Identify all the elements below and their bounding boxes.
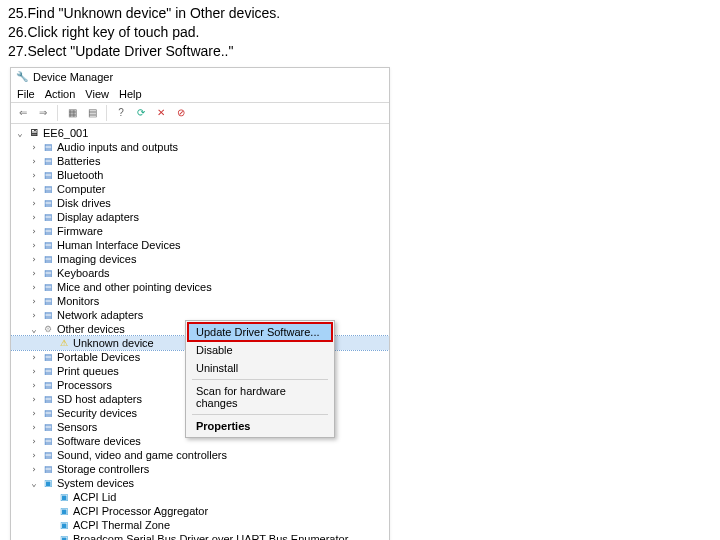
tree-item-broadcom[interactable]: Broadcom Serial Bus Driver over UART Bus… — [11, 532, 389, 540]
device-icon — [57, 533, 71, 540]
expander-icon[interactable]: › — [29, 170, 39, 180]
system-icon — [41, 477, 55, 489]
expander-icon[interactable]: ⌄ — [29, 324, 39, 334]
security-icon — [41, 407, 55, 419]
view-button[interactable]: ▦ — [64, 105, 80, 121]
expander-icon[interactable]: ⌄ — [15, 128, 25, 138]
tree-category-sound[interactable]: ›Sound, video and game controllers — [11, 448, 389, 462]
expander-icon[interactable]: ⌄ — [29, 478, 39, 488]
expander-icon[interactable]: › — [29, 394, 39, 404]
hid-icon — [41, 239, 55, 251]
context-menu: Update Driver Software... Disable Uninst… — [185, 320, 335, 438]
tree-category-mice[interactable]: ›Mice and other pointing devices — [11, 280, 389, 294]
expander-icon[interactable]: › — [29, 296, 39, 306]
sound-icon — [41, 449, 55, 461]
menu-properties[interactable]: Properties — [188, 417, 332, 435]
toolbar-separator — [106, 105, 107, 121]
software-icon — [41, 435, 55, 447]
tree-category-firmware[interactable]: ›Firmware — [11, 224, 389, 238]
expander-icon[interactable]: › — [29, 254, 39, 264]
keyboard-icon — [41, 267, 55, 279]
menubar: File Action View Help — [11, 86, 389, 102]
tree-category-audio[interactable]: ›Audio inputs and outputs — [11, 140, 389, 154]
expander-icon[interactable]: › — [29, 422, 39, 432]
help-button[interactable]: ? — [113, 105, 129, 121]
properties-button[interactable]: ▤ — [84, 105, 100, 121]
expander-icon[interactable]: › — [29, 282, 39, 292]
instruction-26: 26.Click right key of touch pad. — [8, 23, 712, 42]
storage-icon — [41, 463, 55, 475]
network-icon — [41, 309, 55, 321]
menu-disable[interactable]: Disable — [188, 341, 332, 359]
tree-category-bluetooth[interactable]: ›Bluetooth — [11, 168, 389, 182]
tree-category-system[interactable]: ⌄System devices — [11, 476, 389, 490]
menu-separator — [192, 379, 328, 380]
expander-icon[interactable]: › — [29, 450, 39, 460]
menu-update-driver[interactable]: Update Driver Software... — [188, 323, 332, 341]
device-icon — [57, 519, 71, 531]
menu-help[interactable]: Help — [119, 88, 142, 100]
instruction-27: 27.Select "Update Driver Software.." — [8, 42, 712, 61]
display-icon — [41, 211, 55, 223]
device-icon — [57, 491, 71, 503]
tree-category-disk[interactable]: ›Disk drives — [11, 196, 389, 210]
tree-category-monitors[interactable]: ›Monitors — [11, 294, 389, 308]
instruction-25: 25.Find "Unknown device" in Other device… — [8, 4, 712, 23]
disk-icon — [41, 197, 55, 209]
expander-icon[interactable]: › — [29, 142, 39, 152]
other-devices-icon — [41, 323, 55, 335]
tree-category-display[interactable]: ›Display adapters — [11, 210, 389, 224]
expander-icon[interactable]: › — [29, 240, 39, 250]
firmware-icon — [41, 225, 55, 237]
forward-button[interactable]: ⇒ — [35, 105, 51, 121]
expander-icon[interactable]: › — [29, 310, 39, 320]
battery-icon — [41, 155, 55, 167]
menu-file[interactable]: File — [17, 88, 35, 100]
root-label: EE6_001 — [43, 127, 88, 139]
toolbar-separator — [57, 105, 58, 121]
tree-category-storage[interactable]: ›Storage controllers — [11, 462, 389, 476]
expander-icon[interactable]: › — [29, 352, 39, 362]
portable-icon — [41, 351, 55, 363]
expander-icon[interactable]: › — [29, 366, 39, 376]
menu-scan-hardware[interactable]: Scan for hardware changes — [188, 382, 332, 412]
expander-icon[interactable]: › — [29, 184, 39, 194]
window-titlebar: Device Manager — [11, 68, 389, 86]
expander-icon[interactable]: › — [29, 198, 39, 208]
back-button[interactable]: ⇐ — [15, 105, 31, 121]
tree-category-computer[interactable]: ›Computer — [11, 182, 389, 196]
printer-icon — [41, 365, 55, 377]
expander-icon[interactable]: › — [29, 212, 39, 222]
uninstall-button[interactable]: ✕ — [153, 105, 169, 121]
tree-category-batteries[interactable]: ›Batteries — [11, 154, 389, 168]
expander-icon[interactable]: › — [29, 380, 39, 390]
menu-action[interactable]: Action — [45, 88, 76, 100]
monitor-icon — [41, 295, 55, 307]
expander-icon[interactable]: › — [29, 226, 39, 236]
tree-item-acpi-lid[interactable]: ACPI Lid — [11, 490, 389, 504]
expander-icon[interactable]: › — [29, 408, 39, 418]
tree-category-hid[interactable]: ›Human Interface Devices — [11, 238, 389, 252]
computer-icon — [27, 127, 41, 139]
bluetooth-icon — [41, 169, 55, 181]
expander-icon[interactable]: › — [29, 268, 39, 278]
expander-icon[interactable]: › — [29, 464, 39, 474]
computer-cat-icon — [41, 183, 55, 195]
expander-icon[interactable]: › — [29, 436, 39, 446]
processor-icon — [41, 379, 55, 391]
tree-category-keyboards[interactable]: ›Keyboards — [11, 266, 389, 280]
imaging-icon — [41, 253, 55, 265]
tree-category-imaging[interactable]: ›Imaging devices — [11, 252, 389, 266]
sensors-icon — [41, 421, 55, 433]
expander-icon[interactable]: › — [29, 156, 39, 166]
sdhost-icon — [41, 393, 55, 405]
tree-item-acpi-proc[interactable]: ACPI Processor Aggregator — [11, 504, 389, 518]
menu-uninstall[interactable]: Uninstall — [188, 359, 332, 377]
device-icon — [57, 505, 71, 517]
window-title: Device Manager — [33, 71, 113, 83]
stop-button[interactable]: ⊘ — [173, 105, 189, 121]
tree-item-acpi-thermal[interactable]: ACPI Thermal Zone — [11, 518, 389, 532]
scan-button[interactable]: ⟳ — [133, 105, 149, 121]
tree-root[interactable]: ⌄ EE6_001 — [11, 126, 389, 140]
menu-view[interactable]: View — [85, 88, 109, 100]
